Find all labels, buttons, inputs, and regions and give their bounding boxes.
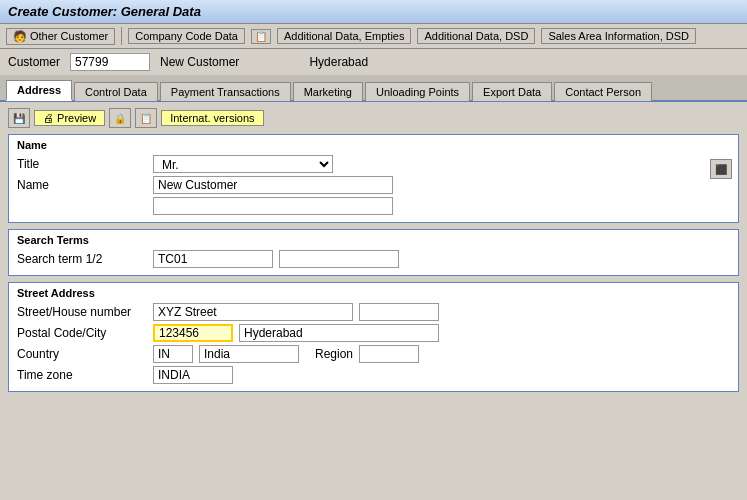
street-address-label: Street Address: [17, 287, 730, 299]
company-code-button[interactable]: Company Code Data: [128, 28, 245, 44]
search-term-input-2[interactable]: [279, 250, 399, 268]
country-row: Country Region: [17, 345, 730, 363]
house-number-input[interactable]: [359, 303, 439, 321]
name-section-right-icon[interactable]: ⬛: [710, 159, 732, 179]
internat-versions-button[interactable]: Internat. versions: [161, 110, 263, 126]
title-field-label: Title: [17, 157, 147, 171]
search-terms-section: Search Terms Search term 1/2: [8, 229, 739, 276]
city-input[interactable]: [239, 324, 439, 342]
timezone-field-label: Time zone: [17, 368, 147, 382]
customer-city-display: Hyderabad: [309, 55, 368, 69]
inner-toolbar: 💾 🖨 Preview 🔒 📋 Internat. versions: [8, 108, 739, 128]
name-row: Name: [17, 176, 730, 194]
tab-payment-transactions[interactable]: Payment Transactions: [160, 82, 291, 101]
country-name-input[interactable]: [199, 345, 299, 363]
country-field-label: Country: [17, 347, 147, 361]
street-input[interactable]: [153, 303, 353, 321]
name-section-label: Name: [17, 139, 730, 151]
customer-label: Customer: [8, 55, 60, 69]
street-field-label: Street/House number: [17, 305, 147, 319]
save-icon-button[interactable]: 💾: [8, 108, 30, 128]
region-label: Region: [315, 347, 353, 361]
name-input-2[interactable]: [153, 197, 393, 215]
other-customer-icon: 🧑: [13, 30, 27, 43]
title-row: Title Mr.: [17, 155, 730, 173]
name-section: Name Title Mr. Name ⬛: [8, 134, 739, 223]
main-toolbar: 🧑 Other Customer Company Code Data 📋 Add…: [0, 24, 747, 49]
search-term-label: Search term 1/2: [17, 252, 147, 266]
main-content: 💾 🖨 Preview 🔒 📋 Internat. versions Name …: [0, 102, 747, 404]
search-term-row: Search term 1/2: [17, 250, 730, 268]
postal-field-label: Postal Code/City: [17, 326, 147, 340]
preview-icon: 🖨: [43, 112, 54, 124]
additional-data-empties-button[interactable]: Additional Data, Empties: [277, 28, 411, 44]
timezone-input[interactable]: [153, 366, 233, 384]
postal-input[interactable]: [153, 324, 233, 342]
copy-icon-button[interactable]: 📋: [135, 108, 157, 128]
toolbar-icon-1: 📋: [251, 29, 271, 44]
street-address-section: Street Address Street/House number Posta…: [8, 282, 739, 392]
title-bar: Create Customer: General Data: [0, 0, 747, 24]
customer-info-row: Customer New Customer Hyderabad: [0, 49, 747, 75]
preview-button[interactable]: 🖨 Preview: [34, 110, 105, 126]
name-field-label: Name: [17, 178, 147, 192]
lock-icon-button[interactable]: 🔒: [109, 108, 131, 128]
tab-unloading-points[interactable]: Unloading Points: [365, 82, 470, 101]
search-terms-label: Search Terms: [17, 234, 730, 246]
search-term-input[interactable]: [153, 250, 273, 268]
customer-id-input[interactable]: [70, 53, 150, 71]
tab-contact-person[interactable]: Contact Person: [554, 82, 652, 101]
street-row: Street/House number: [17, 303, 730, 321]
additional-data-dsd-button[interactable]: Additional Data, DSD: [417, 28, 535, 44]
tab-control-data[interactable]: Control Data: [74, 82, 158, 101]
tab-export-data[interactable]: Export Data: [472, 82, 552, 101]
page-title: Create Customer: General Data: [8, 4, 201, 19]
name-input[interactable]: [153, 176, 393, 194]
sales-area-button[interactable]: Sales Area Information, DSD: [541, 28, 696, 44]
tab-strip: Address Control Data Payment Transaction…: [0, 75, 747, 102]
name-row-2: [17, 197, 730, 215]
title-select[interactable]: Mr.: [153, 155, 333, 173]
timezone-row: Time zone: [17, 366, 730, 384]
customer-name-display: New Customer: [160, 55, 239, 69]
region-input[interactable]: [359, 345, 419, 363]
tab-address[interactable]: Address: [6, 80, 72, 101]
toolbar-separator-1: [121, 27, 122, 45]
postal-row: Postal Code/City: [17, 324, 730, 342]
country-code-input[interactable]: [153, 345, 193, 363]
other-customer-button[interactable]: 🧑 Other Customer: [6, 28, 115, 45]
tab-marketing[interactable]: Marketing: [293, 82, 363, 101]
